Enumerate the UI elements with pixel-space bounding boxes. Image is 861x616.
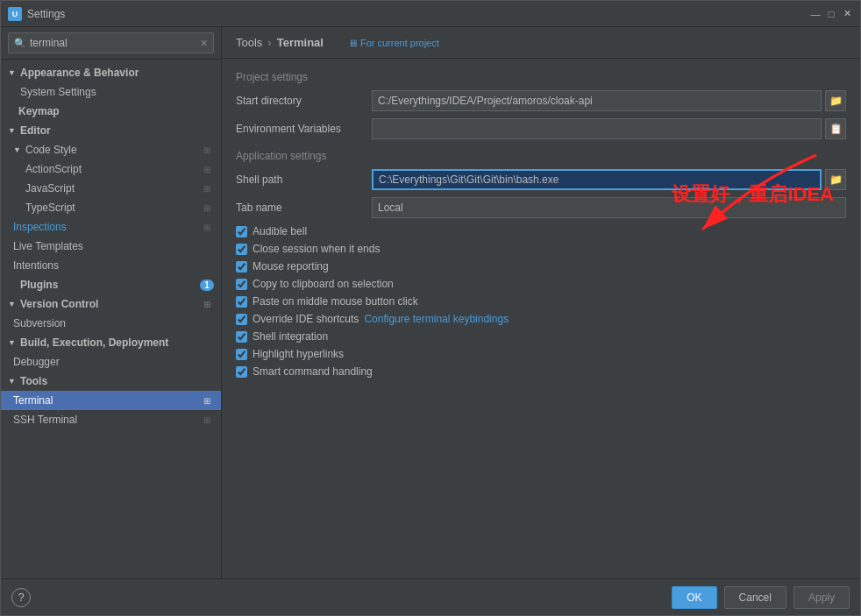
paste-middle-checkbox[interactable]: [236, 296, 247, 308]
mouse-reporting-checkbox[interactable]: [236, 261, 247, 273]
override-ide-checkbox[interactable]: [236, 314, 247, 325]
triangle-icon: ▼: [8, 338, 18, 347]
settings-icon: ⊞: [200, 413, 214, 427]
apply-button[interactable]: Apply: [793, 586, 850, 609]
sidebar-item-tools[interactable]: ▼ Tools: [1, 372, 221, 391]
search-clear-icon[interactable]: ✕: [200, 38, 208, 49]
sidebar-item-plugins[interactable]: ▶ Plugins 1: [1, 275, 221, 294]
shell-integration-label: Shell integration: [253, 330, 328, 343]
sidebar-item-label: Appearance & Behavior: [20, 67, 214, 79]
sidebar-item-label: JavaScript: [25, 182, 200, 195]
main-content: 🔍 ✕ ▼ Appearance & Behavior System Setti…: [1, 27, 860, 578]
sidebar-item-javascript[interactable]: JavaScript ⊞: [1, 179, 221, 198]
triangle-icon: ▼: [8, 300, 18, 308]
configure-keybindings-link[interactable]: Configure terminal keybindings: [364, 313, 509, 325]
sidebar-item-keymap[interactable]: Keymap: [1, 102, 221, 121]
maximize-button[interactable]: □: [825, 8, 837, 20]
search-input[interactable]: [30, 37, 200, 49]
sidebar-item-terminal[interactable]: Terminal ⊞: [1, 391, 221, 410]
copy-clipboard-checkbox[interactable]: [236, 279, 247, 290]
sidebar-item-inspections[interactable]: Inspections ⊞: [1, 217, 221, 237]
search-input-wrapper[interactable]: 🔍 ✕: [8, 32, 214, 53]
override-ide-label: Override IDE shortcuts: [253, 313, 359, 325]
shell-path-label: Shell path: [236, 173, 372, 186]
sidebar-item-code-style[interactable]: ▼ Code Style ⊞: [1, 140, 221, 159]
search-icon: 🔍: [14, 38, 26, 49]
start-directory-field: 📁: [372, 90, 846, 111]
tab-name-input[interactable]: [372, 197, 846, 218]
checkbox-override-ide: Override IDE shortcuts Configure termina…: [236, 313, 846, 325]
minimize-button[interactable]: —: [809, 8, 822, 20]
sidebar-item-actionscript[interactable]: ActionScript ⊞: [1, 159, 221, 179]
start-directory-row: Start directory 📁: [236, 90, 846, 111]
smart-command-checkbox[interactable]: [236, 366, 247, 378]
sidebar-item-appearance[interactable]: ▼ Appearance & Behavior: [1, 63, 221, 82]
ok-button[interactable]: OK: [672, 586, 716, 609]
sidebar-item-system-settings[interactable]: System Settings: [1, 82, 221, 102]
sidebar-item-intentions[interactable]: Intentions: [1, 256, 221, 275]
shell-integration-checkbox[interactable]: [236, 331, 247, 343]
title-bar: U Settings — □ ✕: [1, 1, 860, 27]
sidebar: 🔍 ✕ ▼ Appearance & Behavior System Setti…: [1, 27, 222, 578]
env-variables-row: Environment Variables 📋: [236, 118, 846, 139]
sidebar-item-version-control[interactable]: ▼ Version Control ⊞: [1, 294, 221, 314]
sidebar-item-label: Keymap: [18, 105, 214, 117]
breadcrumb-project-link[interactable]: 🖥 For current project: [348, 38, 439, 48]
app-icon: U: [8, 7, 22, 21]
settings-icon: ⊞: [200, 201, 214, 215]
tab-name-row: Tab name: [236, 197, 846, 218]
audible-bell-label: Audible bell: [253, 225, 307, 237]
close-session-checkbox[interactable]: [236, 244, 247, 255]
window-controls: — □ ✕: [809, 8, 853, 20]
sidebar-item-label: TypeScript: [25, 202, 200, 214]
sidebar-item-typescript[interactable]: TypeScript ⊞: [1, 198, 221, 217]
highlight-hyperlinks-label: Highlight hyperlinks: [253, 348, 344, 360]
checkbox-smart-command: Smart command handling: [236, 365, 846, 378]
settings-icon: ⊞: [200, 220, 214, 234]
sidebar-item-build[interactable]: ▼ Build, Execution, Deployment: [1, 333, 221, 352]
sidebar-item-label: Plugins: [20, 279, 200, 291]
sidebar-item-editor[interactable]: ▼ Editor: [1, 121, 221, 140]
settings-icon: ⊞: [200, 393, 214, 407]
sidebar-item-label: Code Style: [25, 144, 200, 156]
checkbox-mouse-reporting: Mouse reporting: [236, 260, 846, 273]
start-directory-browse-button[interactable]: 📁: [825, 90, 846, 111]
mouse-reporting-label: Mouse reporting: [253, 260, 329, 273]
sidebar-item-label: Intentions: [13, 259, 214, 272]
highlight-hyperlinks-checkbox[interactable]: [236, 349, 247, 360]
audible-bell-checkbox[interactable]: [236, 226, 247, 237]
close-button[interactable]: ✕: [841, 8, 853, 20]
help-button[interactable]: ?: [11, 588, 31, 607]
env-variables-input[interactable]: [372, 118, 822, 139]
shell-path-field: 📁: [372, 169, 846, 190]
sidebar-item-label: SSH Terminal: [13, 414, 200, 426]
settings-icon: ⊞: [200, 162, 214, 176]
env-variables-browse-button[interactable]: 📋: [825, 118, 846, 139]
checkbox-audible-bell: Audible bell: [236, 225, 846, 237]
sidebar-item-ssh-terminal[interactable]: SSH Terminal ⊞: [1, 410, 221, 429]
sidebar-item-live-templates[interactable]: Live Templates: [1, 237, 221, 256]
sidebar-item-debugger[interactable]: Debugger: [1, 352, 221, 372]
tab-name-field: [372, 197, 846, 218]
env-variables-label: Environment Variables: [236, 123, 372, 135]
smart-command-label: Smart command handling: [253, 365, 373, 378]
bottom-bar: ? OK Cancel Apply: [1, 578, 860, 615]
dialog-buttons: OK Cancel Apply: [672, 586, 850, 609]
shell-path-input[interactable]: [372, 169, 822, 190]
sidebar-item-label: System Settings: [20, 86, 214, 98]
cancel-button[interactable]: Cancel: [724, 586, 786, 609]
sidebar-item-subversion[interactable]: Subversion: [1, 314, 221, 333]
checkbox-copy-clipboard: Copy to clipboard on selection: [236, 278, 846, 290]
sidebar-item-label: Build, Execution, Deployment: [20, 336, 214, 349]
shell-path-browse-button[interactable]: 📁: [825, 169, 846, 190]
sidebar-item-label: Editor: [20, 124, 214, 137]
triangle-icon: ▼: [8, 126, 18, 135]
checkbox-close-session: Close session when it ends: [236, 243, 846, 255]
start-directory-input[interactable]: [372, 90, 822, 111]
breadcrumb-tools: Tools: [236, 36, 262, 49]
close-session-label: Close session when it ends: [253, 243, 380, 255]
settings-window: U Settings — □ ✕ 🔍 ✕ ▼ Appearance &: [0, 0, 861, 616]
app-settings-title: Application settings: [236, 150, 846, 162]
triangle-icon: ▼: [8, 68, 18, 77]
sidebar-item-label: Live Templates: [13, 240, 214, 252]
